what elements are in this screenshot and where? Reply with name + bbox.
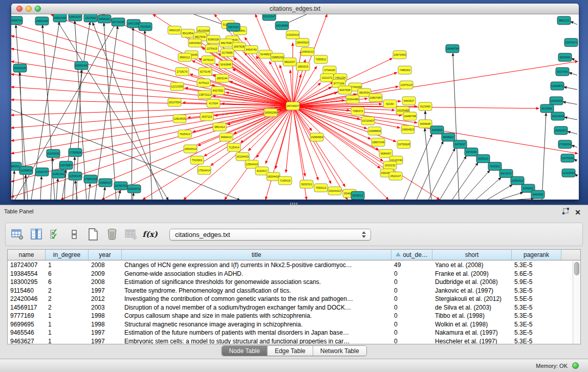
column-header-in_degree[interactable]: in_degree — [46, 250, 89, 260]
network-node[interactable]: 9466160 — [98, 15, 111, 23]
network-node[interactable]: 11156829 — [19, 166, 33, 174]
memory-status-indicator[interactable] — [572, 362, 579, 369]
network-node[interactable]: 9202312 — [300, 180, 313, 188]
network-node[interactable]: 12505135 — [69, 172, 82, 180]
network-node[interactable]: 9242848 — [219, 60, 232, 69]
network-node[interactable]: 16543362 — [188, 39, 202, 47]
delete-column-button[interactable] — [105, 228, 119, 241]
network-node[interactable]: 12924572 — [127, 185, 141, 193]
network-node[interactable]: 8471676 — [499, 169, 513, 178]
network-node[interactable]: 1375415 — [205, 45, 219, 53]
table-row[interactable]: 1872400712008Changes of HCN gene express… — [8, 261, 573, 270]
network-edge[interactable] — [428, 148, 455, 200]
network-node[interactable]: 4275112 — [197, 79, 210, 87]
network-node[interactable]: 2522147 — [389, 172, 402, 180]
network-node[interactable]: 20053346 — [75, 61, 88, 70]
network-node[interactable]: 12103054 — [562, 169, 575, 177]
network-node[interactable]: 16782753 — [114, 182, 127, 190]
close-panel-icon[interactable]: ✕ — [575, 209, 581, 216]
network-edge[interactable] — [25, 175, 26, 200]
float-panel-icon[interactable] — [562, 208, 570, 217]
show-column-button[interactable] — [30, 228, 43, 241]
network-edge[interactable] — [572, 58, 577, 61]
network-node[interactable]: 7125414 — [227, 143, 241, 151]
network-window-titlebar[interactable]: citations_edges.txt — [11, 4, 579, 14]
network-view[interactable]: 1872400796601258912954182260589827509818… — [11, 14, 579, 200]
network-node[interactable]: 9464352 — [531, 190, 545, 199]
network-node[interactable]: 9827508 — [220, 39, 233, 47]
network-edge[interactable] — [425, 128, 431, 200]
network-node[interactable]: 15720407 — [361, 117, 375, 125]
network-node[interactable]: 1640954 — [430, 126, 444, 134]
network-node[interactable]: 9890112 — [178, 53, 191, 61]
network-node[interactable]: 18724007 — [286, 102, 299, 110]
network-node[interactable]: 7632621 — [488, 162, 502, 170]
network-node[interactable]: 3861412 — [213, 123, 226, 131]
network-node[interactable]: 14055724 — [11, 16, 23, 25]
network-edge[interactable] — [40, 177, 41, 200]
network-edge[interactable] — [574, 159, 577, 161]
network-node[interactable]: 9861123 — [557, 16, 571, 25]
network-node[interactable]: 18640910 — [296, 38, 309, 47]
column-header-pagerank[interactable]: pagerank — [512, 250, 561, 260]
network-node[interactable]: 12942757 — [35, 168, 49, 176]
table-row[interactable]: 2242004622012Investigating the contribut… — [8, 295, 573, 303]
network-node[interactable]: 18807249 — [372, 138, 385, 146]
network-node[interactable]: 7485063 — [398, 66, 411, 74]
network-node[interactable]: 10654112 — [511, 177, 524, 185]
network-node[interactable]: 12444151 — [550, 97, 563, 105]
network-node[interactable]: 9175685 — [221, 49, 234, 57]
network-view-window[interactable]: citations_edges.txt 18724007966012589129… — [11, 4, 579, 200]
network-node[interactable]: 9463627 — [402, 97, 416, 105]
network-node[interactable]: 11675339 — [561, 154, 574, 162]
network-edge[interactable] — [143, 106, 293, 200]
function-builder-button[interactable]: f(x) — [143, 228, 157, 241]
row-height-button[interactable] — [68, 228, 81, 241]
network-edge[interactable] — [103, 187, 105, 200]
network-node[interactable]: 15204421 — [328, 187, 341, 195]
network-node[interactable]: 1621072 — [320, 74, 334, 82]
table-row[interactable]: 1830029562008Estimation of significance … — [8, 278, 573, 287]
network-edge[interactable] — [417, 141, 443, 200]
network-edge[interactable] — [118, 190, 120, 200]
network-node[interactable]: 7386372 — [351, 107, 364, 115]
network-edge[interactable] — [564, 87, 577, 90]
scrollbar-thumb[interactable] — [574, 262, 579, 275]
network-node[interactable]: 9245012 — [351, 191, 364, 200]
network-node[interactable]: 7690113 — [314, 184, 328, 192]
network-node[interactable]: 1862615 — [296, 62, 310, 71]
network-edge[interactable] — [93, 23, 163, 200]
network-node[interactable]: 7625413 — [178, 130, 191, 138]
network-node[interactable]: 16504413 — [184, 145, 197, 153]
column-header-year[interactable]: year — [89, 250, 122, 260]
table-row[interactable]: 946554611997Estimation of the future num… — [8, 329, 573, 337]
new-column-button[interactable] — [86, 228, 100, 241]
network-node[interactable]: 20691406 — [35, 17, 49, 25]
network-node[interactable]: 6794028 — [323, 66, 336, 74]
network-node[interactable]: 9474444 — [465, 148, 478, 156]
table-source-dropdown[interactable]: citations_edges.txt — [169, 229, 371, 240]
network-node[interactable]: 15692971 — [554, 126, 568, 135]
network-node[interactable]: 18204418 — [267, 172, 280, 181]
network-edge[interactable] — [104, 23, 116, 200]
network-edge[interactable] — [12, 171, 14, 200]
network-node[interactable]: 19648794 — [446, 45, 459, 53]
table-row[interactable]: 1938455462009Genome-wide association stu… — [8, 270, 573, 278]
network-canvas[interactable]: 1872400796601258912954182260589827509818… — [11, 14, 579, 200]
network-edge[interactable] — [475, 178, 501, 200]
column-header-out_de[interactable]: out_de… — [391, 250, 432, 260]
table-row[interactable]: 1456911722003Disruption of a novel membe… — [8, 303, 573, 312]
network-node[interactable]: 8215956 — [540, 104, 554, 113]
network-node[interactable]: 10958107 — [99, 179, 112, 187]
network-edge[interactable] — [293, 106, 345, 187]
network-edge[interactable] — [133, 193, 134, 200]
table-row[interactable]: 969969511998Structural magnetic resonanc… — [8, 320, 573, 329]
network-node[interactable]: 17359924 — [69, 148, 82, 157]
network-node[interactable]: 9699695 — [419, 120, 432, 128]
network-edge[interactable] — [463, 170, 490, 200]
network-node[interactable]: 17504414 — [198, 166, 211, 174]
network-node[interactable]: 10807487 — [369, 94, 382, 102]
network-node[interactable]: 10975887 — [59, 161, 73, 169]
network-node[interactable]: 2637115 — [200, 113, 213, 121]
network-node[interactable]: 9275145 — [199, 68, 212, 76]
